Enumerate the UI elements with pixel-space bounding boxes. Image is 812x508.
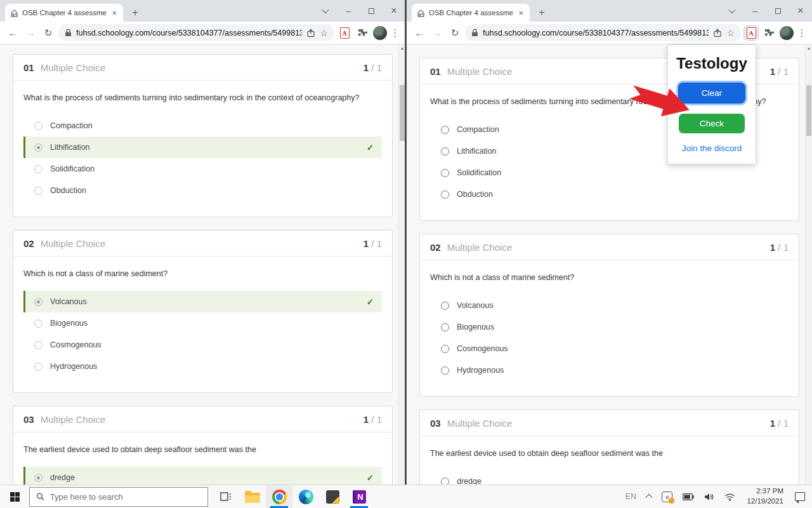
wifi-button[interactable] (720, 485, 740, 508)
check-button[interactable]: Check (679, 114, 745, 133)
sticky-notes-button[interactable] (319, 485, 346, 508)
bookmark-star-icon[interactable]: ☆ (726, 28, 735, 38)
answer-option[interactable]: Obduction (23, 180, 382, 201)
radio-unselected-icon[interactable] (441, 147, 449, 156)
radio-unselected-icon[interactable] (441, 190, 449, 199)
radio-selected-icon[interactable] (34, 474, 43, 482)
option-label: Compaction (457, 125, 499, 134)
address-bar[interactable]: fuhsd.schoology.com/course/5338104377/as… (58, 24, 334, 41)
answer-option-selected[interactable]: dredge ✓ (23, 467, 382, 485)
browser-tab[interactable]: OSB Chapter 4 assessment | Schoology × (5, 4, 123, 22)
question-type: Multiple Choice (41, 238, 363, 249)
answer-option[interactable]: Cosmogenous (430, 338, 789, 359)
volume-button[interactable] (700, 485, 719, 508)
back-button[interactable]: ← (5, 27, 20, 38)
answer-option-selected[interactable]: Lithification ✓ (23, 137, 382, 158)
answer-option[interactable]: Compaction (23, 115, 382, 137)
back-button[interactable]: ← (412, 27, 427, 38)
url-text[interactable]: fuhsd.schoology.com/course/5338104377/as… (76, 29, 302, 37)
forward-button[interactable]: → (23, 27, 38, 38)
tab-close-icon[interactable]: × (110, 9, 118, 17)
maximize-button[interactable] (766, 0, 789, 22)
join-discord-link[interactable]: Join the discord (682, 144, 742, 153)
question-text: The earliest device used to obtain deep … (23, 445, 382, 454)
radio-selected-icon[interactable] (34, 144, 43, 152)
profile-avatar[interactable] (372, 25, 388, 41)
answer-option[interactable]: Biogenous (23, 312, 382, 334)
address-bar[interactable]: fuhsd.schoology.com/course/5338104377/as… (465, 24, 741, 41)
taskbar-clock[interactable]: 2:37 PM 12/19/2021 (741, 486, 789, 506)
taskbar-search[interactable] (29, 487, 208, 507)
testology-extension-icon-active[interactable]: A (743, 25, 759, 41)
browser-tab[interactable]: OSB Chapter 4 assessment | Schoology × (412, 4, 530, 22)
answer-option[interactable]: Obduction (430, 184, 789, 205)
radio-unselected-icon[interactable] (441, 302, 449, 310)
radio-selected-icon[interactable] (34, 298, 43, 306)
extensions-puzzle-icon[interactable] (761, 25, 776, 41)
tab-search-button[interactable] (721, 0, 743, 22)
search-input[interactable] (50, 492, 201, 502)
question-number: 01 (430, 66, 441, 77)
task-view-button[interactable] (213, 485, 239, 508)
new-tab-button[interactable]: + (127, 4, 143, 21)
radio-unselected-icon[interactable] (441, 323, 449, 331)
edge-taskbar-button[interactable] (292, 485, 319, 508)
radio-unselected-icon[interactable] (34, 319, 43, 328)
answer-option[interactable]: Hydrogenous (23, 356, 382, 377)
answer-option[interactable]: Volcanous (430, 295, 789, 316)
scrollbar[interactable]: ▲ (805, 44, 812, 485)
scrollbar-thumb[interactable] (806, 85, 811, 136)
score-earned: 1 (363, 238, 369, 249)
minimize-button[interactable]: – (743, 0, 766, 22)
testology-extension-icon[interactable]: A (337, 25, 352, 41)
browser-menu-icon[interactable]: ⋮ (390, 27, 400, 39)
radio-unselected-icon[interactable] (441, 478, 449, 485)
chrome-taskbar-button[interactable] (266, 485, 292, 508)
answer-option[interactable]: Solidification (23, 158, 382, 180)
profile-avatar[interactable] (779, 25, 794, 41)
battery-button[interactable] (678, 485, 698, 508)
answer-option-selected[interactable]: Volcanous ✓ (23, 291, 382, 312)
bookmark-star-icon[interactable]: ☆ (320, 28, 328, 38)
radio-unselected-icon[interactable] (34, 341, 43, 349)
radio-unselected-icon[interactable] (441, 345, 449, 353)
file-explorer-button[interactable] (239, 485, 266, 508)
extensions-puzzle-icon[interactable] (355, 25, 370, 41)
tray-expand-button[interactable] (642, 485, 656, 508)
action-center-button[interactable] (790, 485, 809, 508)
option-label: Obduction (50, 186, 86, 195)
answer-option[interactable]: Solidification (430, 162, 789, 184)
reload-button[interactable]: ↻ (447, 27, 462, 39)
radio-unselected-icon[interactable] (34, 122, 43, 130)
radio-unselected-icon[interactable] (441, 366, 449, 375)
tab-search-button[interactable] (314, 0, 337, 22)
tray-app-button[interactable]: e (657, 485, 677, 508)
language-indicator[interactable]: EN (621, 485, 641, 508)
scrollbar-up-icon[interactable]: ▲ (806, 44, 812, 53)
answer-option[interactable]: Biogenous (430, 316, 789, 338)
maximize-button[interactable] (360, 0, 383, 22)
url-text[interactable]: fuhsd.schoology.com/course/5338104377/as… (483, 29, 709, 37)
radio-unselected-icon[interactable] (34, 187, 43, 195)
option-label: Lithification (50, 143, 90, 152)
share-icon[interactable] (306, 29, 315, 37)
forward-button[interactable]: → (429, 27, 445, 38)
answer-option[interactable]: Cosmogenous (23, 334, 382, 356)
reload-button[interactable]: ↻ (41, 27, 56, 39)
radio-unselected-icon[interactable] (441, 126, 449, 134)
radio-unselected-icon[interactable] (441, 169, 449, 177)
answer-option[interactable]: Hydrogenous (430, 359, 789, 381)
share-icon[interactable] (713, 29, 722, 37)
radio-unselected-icon[interactable] (34, 165, 43, 173)
close-window-button[interactable]: × (789, 0, 812, 22)
tab-close-icon[interactable]: × (517, 9, 525, 17)
close-window-button[interactable]: × (383, 0, 405, 22)
browser-menu-icon[interactable]: ⋮ (797, 27, 807, 39)
start-button[interactable] (0, 485, 29, 508)
minimize-button[interactable]: – (337, 0, 360, 22)
onenote-taskbar-button[interactable]: N (346, 485, 372, 508)
answer-option[interactable]: dredge (430, 471, 789, 485)
radio-unselected-icon[interactable] (34, 363, 43, 371)
scrollbar-thumb[interactable] (400, 85, 405, 141)
new-tab-button[interactable]: + (534, 4, 550, 21)
